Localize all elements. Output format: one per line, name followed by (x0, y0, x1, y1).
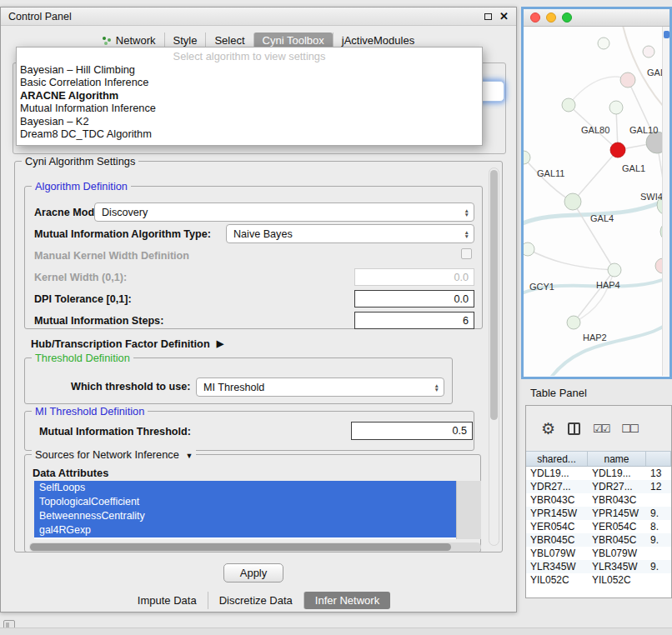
table-panel-window: ⚙ ☑☑ ☐☐ shared... name YDL19...YDL19...1… (525, 405, 672, 598)
network-edge (547, 315, 669, 376)
dpi-tolerance-label: DPI Tolerance [0,1]: (34, 293, 132, 305)
tab-jactivemodules[interactable]: jActiveModules (333, 32, 423, 48)
float-window-icon[interactable] (484, 13, 492, 20)
table-row[interactable]: YDL19...YDL19...13 (526, 467, 671, 480)
table-row[interactable]: YER054CYER054C8. (526, 520, 671, 533)
manual-kernel-width-label: Manual Kernel Width Definition (34, 250, 189, 262)
dropdown-item-dream8[interactable]: Dream8 DC_TDC Algorithm (17, 128, 482, 141)
table-row[interactable]: YBR043CYBR043C (526, 493, 671, 507)
table-row[interactable]: YBR045CYBR045C9. (526, 533, 671, 547)
network-node[interactable] (564, 193, 581, 210)
table-row[interactable]: YIL052CYIL052C (526, 573, 671, 587)
network-canvas[interactable]: GAL8GAL80GAL10GAL11GAL1SWI4GAL4GCY1HAP4H… (524, 27, 669, 376)
network-view-window: GAL8GAL80GAL10GAL11GAL1SWI4GAL4GCY1HAP4H… (521, 7, 672, 379)
network-node[interactable] (609, 101, 623, 114)
stepper-icon: ▲▼ (464, 229, 469, 238)
sources-group-title[interactable]: Sources for Network Inference ▼ (32, 448, 196, 461)
table-panel-title: Table Panel (530, 387, 587, 399)
attribute-item-selfloops[interactable]: SelfLoops (34, 481, 456, 495)
network-node[interactable] (643, 46, 654, 58)
mi-algorithm-type-value: Naive Bayes (233, 228, 293, 240)
attribute-list-vscroll-track[interactable] (456, 481, 481, 539)
table-row[interactable]: YDR27...YDR27...12 (526, 480, 671, 493)
column-header-shared-name[interactable]: shared... (526, 452, 588, 466)
network-node[interactable] (562, 98, 575, 112)
close-icon[interactable]: ✕ (499, 11, 509, 22)
table-row[interactable]: YLR345WYLR345W9. (526, 560, 671, 573)
network-edge (524, 158, 573, 202)
hub-section-toggle[interactable]: Hub/Transcription Factor Definition ▶ (31, 338, 223, 350)
tab-network[interactable]: Network (94, 32, 164, 48)
apply-button[interactable]: Apply (223, 563, 283, 582)
table-row[interactable]: YPR145WYPR145W9. (526, 507, 671, 520)
network-node-label: GAL1 (622, 163, 645, 173)
status-strip (0, 628, 672, 635)
table-body: YDL19...YDL19...13YDR27...YDR27...12YBR0… (526, 467, 671, 598)
mi-threshold-field[interactable]: 0.5 (351, 422, 473, 440)
network-vscrollbar[interactable] (662, 27, 669, 376)
settings-vscrollbar[interactable] (489, 168, 499, 546)
network-window-titlebar[interactable] (524, 9, 669, 27)
kernel-width-label: Kernel Width (0,1): (34, 272, 127, 283)
network-edge (574, 270, 614, 322)
network-node[interactable] (610, 142, 625, 158)
network-node[interactable] (524, 242, 534, 256)
manual-kernel-width-checkbox[interactable] (461, 248, 472, 259)
data-attributes-list[interactable]: SelfLoops TopologicalCoefficient Between… (34, 481, 481, 539)
dropdown-item-basic-correlation[interactable]: Basic Correlation Inference (17, 76, 482, 89)
dropdown-item-aracne[interactable]: ARACNE Algorithm (17, 89, 482, 102)
attribute-item-topologicalcoefficient[interactable]: TopologicalCoefficient (34, 495, 456, 509)
table-cell: YBR045C (526, 534, 588, 546)
table-cell: 9. (646, 534, 671, 546)
table-cell: YBR045C (588, 534, 646, 546)
table-toolbar: ⚙ ☑☑ ☐☐ (526, 406, 671, 451)
tab-label: Style (173, 34, 198, 47)
network-node[interactable] (598, 38, 609, 49)
data-attributes-label: Data Attributes (33, 467, 108, 479)
table-cell: YBL079W (526, 548, 588, 559)
network-node[interactable] (608, 263, 621, 277)
settings-vscrollbar-thumb[interactable] (490, 170, 498, 420)
attribute-item-gal4rgexp[interactable]: gal4RGexp (34, 523, 456, 538)
column-header-clipped[interactable] (646, 452, 671, 466)
dropdown-item-mutual-information[interactable]: Mutual Information Inference (17, 102, 482, 115)
dropdown-item-bayesian-hill-climbing[interactable]: Bayesian – Hill Climbing (17, 63, 482, 77)
tab-select[interactable]: Select (205, 32, 253, 48)
dpi-tolerance-field[interactable]: 0.0 (354, 290, 474, 308)
minimize-traffic-light-icon[interactable] (546, 12, 556, 22)
deselect-all-icon[interactable]: ☐☐ (621, 422, 637, 435)
tab-cyni-toolbox[interactable]: Cyni Toolbox (253, 32, 333, 48)
control-panel-titlebar[interactable]: Control Panel ✕ (1, 8, 516, 26)
dropdown-item-bayesian-k2[interactable]: Bayesian – K2 (17, 115, 482, 128)
tab-discretize-data[interactable]: Discretize Data (208, 592, 303, 609)
stepper-icon: ▲▼ (434, 382, 439, 392)
attribute-item-betweennesscentrality[interactable]: BetweennessCentrality (34, 509, 456, 523)
table-cell: YER054C (588, 521, 646, 532)
tab-infer-network[interactable]: Infer Network (303, 592, 390, 609)
gear-icon[interactable]: ⚙ (541, 421, 555, 437)
attribute-list-hscrollbar-thumb[interactable] (30, 543, 451, 551)
tab-style[interactable]: Style (164, 32, 206, 48)
attribute-list-hscrollbar[interactable] (29, 542, 481, 552)
network-vscrollbar-thumb[interactable] (664, 31, 669, 38)
select-all-icon[interactable]: ☑☑ (593, 422, 609, 435)
network-node[interactable] (524, 151, 530, 164)
show-columns-icon[interactable] (568, 422, 580, 435)
aracne-mode-select[interactable]: Discovery ▲▼ (94, 202, 474, 222)
table-row[interactable]: YBL079WYBL079W (526, 547, 671, 560)
mi-steps-field[interactable]: 6 (354, 312, 474, 329)
which-threshold-select[interactable]: MI Threshold ▲▼ (196, 378, 444, 397)
network-node[interactable] (620, 72, 635, 88)
close-traffic-light-icon[interactable] (530, 12, 540, 22)
network-node[interactable] (567, 316, 580, 329)
zoom-traffic-light-icon[interactable] (562, 12, 572, 22)
table-cell: YBL079W (588, 548, 646, 559)
column-header-name[interactable]: name (588, 452, 646, 466)
table-cell: YIL052C (526, 574, 588, 586)
table-header: shared... name (526, 451, 671, 467)
mi-algorithm-type-select[interactable]: Naive Bayes ▲▼ (226, 224, 474, 243)
tab-label: Select (214, 34, 244, 47)
network-node-label: GAL4 (590, 213, 614, 223)
tab-impute-data[interactable]: Impute Data (127, 592, 208, 609)
network-canvas-area[interactable]: GAL8GAL80GAL10GAL11GAL1SWI4GAL4GCY1HAP4H… (524, 27, 669, 376)
